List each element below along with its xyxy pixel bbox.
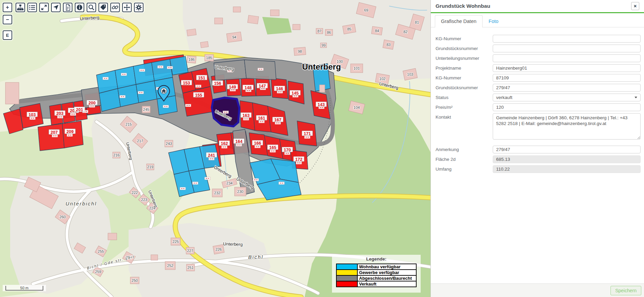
kontakt-textarea[interactable] xyxy=(493,113,641,140)
preis-m--field[interactable] xyxy=(493,103,641,111)
legend-label: Wohnbau verfügbar xyxy=(357,264,416,270)
building-number: 99 xyxy=(321,43,326,47)
unterteilungsnummer-field[interactable] xyxy=(493,54,641,62)
map-toolbar xyxy=(16,3,143,12)
parcel-number: 147 xyxy=(257,83,268,89)
status-select[interactable]: verkauft xyxy=(493,94,641,101)
zoom-in-button[interactable]: + xyxy=(3,3,12,12)
field-label: Anmerkung xyxy=(436,146,493,153)
parcel-number: 145 xyxy=(290,90,301,96)
parcel-number: 143 xyxy=(316,102,327,107)
parcel-number: 149 xyxy=(227,84,238,90)
parcel-number: 153 xyxy=(181,80,192,85)
parcel-number: 171 xyxy=(302,131,313,136)
fl-che-2d-field xyxy=(493,155,641,163)
save-button[interactable]: Speichern xyxy=(610,286,641,295)
building-number: 85 xyxy=(347,27,351,31)
panel-footer: Speichern xyxy=(431,283,644,297)
parcel-mini-label xyxy=(285,152,290,155)
tag-icon[interactable] xyxy=(98,3,108,12)
building-number: 225 xyxy=(173,240,179,244)
parcel[interactable] xyxy=(170,56,188,75)
parcel-207[interactable] xyxy=(38,124,64,151)
e-tool-button[interactable]: E xyxy=(3,30,12,40)
grundst-cksnummer-field[interactable] xyxy=(493,45,641,52)
kg-nummer-field[interactable] xyxy=(493,74,641,82)
svg-text:166: 166 xyxy=(254,141,261,146)
legend-swatch xyxy=(336,264,357,270)
link-icon[interactable] xyxy=(110,3,120,12)
map[interactable]: 9498698786858481828399100101102103104186… xyxy=(0,0,430,297)
building-number: 250 xyxy=(132,278,138,282)
building xyxy=(187,29,196,36)
building xyxy=(200,42,208,48)
map-canvas[interactable]: 9498698786858481828399100101102103104186… xyxy=(0,0,430,297)
building-number: 101 xyxy=(354,66,360,70)
building-number: 216 xyxy=(113,153,119,157)
svg-text:209: 209 xyxy=(67,129,74,134)
parcel-mini-label xyxy=(255,145,261,148)
field-label: Grundstücksnummer xyxy=(436,45,493,52)
parcel-number: 156 xyxy=(212,80,223,86)
svg-text:163: 163 xyxy=(243,113,250,118)
parcel-mini-label xyxy=(70,113,76,116)
expand-icon[interactable] xyxy=(39,3,49,12)
building-number: 243 xyxy=(166,142,172,146)
building-number: 186 xyxy=(188,57,195,61)
svg-text:172: 172 xyxy=(295,157,303,162)
panel-header: Grundstück Wohnbau × xyxy=(431,0,644,12)
form-row: Grundstücksnummer xyxy=(436,84,641,92)
svg-text:155: 155 xyxy=(195,93,202,98)
building-number: 84 xyxy=(375,29,379,33)
tab-foto[interactable]: Foto xyxy=(483,15,505,27)
form-row: KG-Nummer xyxy=(436,35,641,43)
building-number: 103 xyxy=(407,72,413,76)
building-number: 98 xyxy=(298,49,302,53)
parcel-number: 209 xyxy=(65,129,75,134)
search-icon[interactable] xyxy=(87,3,96,12)
location-arrow-icon[interactable] xyxy=(51,3,61,12)
settings-icon[interactable] xyxy=(134,3,143,12)
parcel-number: 165 xyxy=(267,145,278,150)
kg-nummer-field[interactable] xyxy=(493,35,641,43)
parcel-mini-label xyxy=(279,182,285,184)
info-icon[interactable] xyxy=(75,3,84,12)
building-number: 82 xyxy=(403,30,407,34)
parcel-number: 203 xyxy=(54,110,65,116)
building-number: 259 xyxy=(95,270,101,274)
svg-text:165: 165 xyxy=(269,145,276,150)
parcel-mini-label xyxy=(243,118,249,120)
parcel-number: 148 xyxy=(243,85,253,90)
projektname-field[interactable] xyxy=(493,64,641,72)
building-number: 217 xyxy=(137,139,143,143)
building-number: 260 xyxy=(60,215,66,219)
building-number: 222 xyxy=(132,191,138,195)
tab-grafische-daten[interactable]: Grafische Daten xyxy=(435,15,483,27)
svg-text:241: 241 xyxy=(208,153,215,158)
anmerkung-field[interactable] xyxy=(493,146,641,153)
svg-text:164: 164 xyxy=(236,139,243,144)
move-icon[interactable] xyxy=(122,3,132,12)
grundst-cksnummer-field[interactable] xyxy=(493,84,641,92)
legend-swatch xyxy=(336,275,357,281)
list-icon[interactable] xyxy=(27,3,37,12)
form-row: Grundstücksnummer xyxy=(436,45,641,52)
close-icon[interactable]: × xyxy=(631,2,639,10)
sitemap-icon[interactable] xyxy=(16,3,25,12)
zoom-out-button[interactable]: − xyxy=(3,15,12,24)
building-number: 255 xyxy=(98,249,104,253)
building-number: 232 xyxy=(214,191,220,195)
parcel-209[interactable] xyxy=(62,121,83,148)
parcel-number: 166 xyxy=(252,140,263,146)
legend-table: Wohnbau verfügbarGewerbe verfügbarAbgesc… xyxy=(336,264,417,287)
file-pdf-icon[interactable] xyxy=(63,3,72,12)
parcel-mini-label xyxy=(196,85,201,88)
parcel-mini-label xyxy=(305,136,310,139)
legend-label: Verkauft xyxy=(357,281,416,287)
parcel[interactable] xyxy=(152,59,173,81)
parcel-number: 201 xyxy=(74,107,85,112)
legend-row: Wohnbau verfügbar xyxy=(336,264,416,270)
building xyxy=(293,24,300,30)
building-number: 104 xyxy=(354,105,360,109)
svg-text:148: 148 xyxy=(245,85,252,90)
